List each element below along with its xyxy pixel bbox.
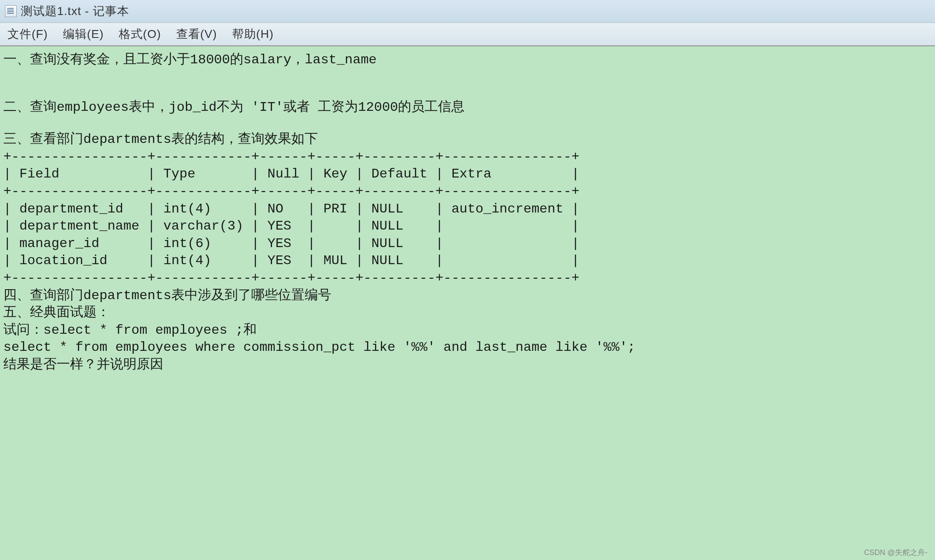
text-line: 结果是否一样？并说明原因 (3, 356, 932, 374)
menu-format[interactable]: 格式(O) (119, 26, 161, 42)
table-header: | Field | Type | Null | Key | Default | … (3, 165, 932, 183)
text-line: 五、经典面试题： (3, 304, 932, 322)
text-line: 试问：select * from employees ;和 (3, 322, 932, 339)
watermark: CSDN @失舵之舟- (864, 548, 928, 558)
text-line (3, 84, 932, 99)
text-editor-area[interactable]: 一、查询没有奖金，且工资小于18000的salary，last_name二、查询… (0, 46, 935, 560)
text-line: 四、查询部门departments表中涉及到了哪些位置编号 (3, 287, 932, 305)
title-bar[interactable]: 测试题1.txt - 记事本 (0, 0, 935, 23)
menu-view[interactable]: 查看(V) (176, 26, 217, 42)
table-border: +-----------------+------------+------+-… (3, 270, 932, 287)
table-row: | manager_id | int(6) | YES | | NULL | | (3, 235, 932, 252)
table-row: | location_id | int(4) | YES | MUL | NUL… (3, 252, 932, 270)
table-row: | department_id | int(4) | NO | PRI | NU… (3, 200, 932, 218)
text-line (3, 116, 932, 131)
menu-file[interactable]: 文件(F) (8, 26, 48, 42)
text-line: 二、查询employees表中，job_id不为 'IT'或者 工资为12000… (3, 99, 932, 116)
window-title: 测试题1.txt - 记事本 (21, 3, 129, 19)
menu-bar: 文件(F) 编辑(E) 格式(O) 查看(V) 帮助(H) (0, 23, 935, 46)
text-line: select * from employees where commission… (3, 339, 932, 356)
text-line: 三、查看部门departments表的结构，查询效果如下 (3, 131, 932, 148)
text-line: 一、查询没有奖金，且工资小于18000的salary，last_name (3, 51, 932, 69)
table-border: +-----------------+------------+------+-… (3, 183, 932, 200)
table-row: | department_name | varchar(3) | YES | |… (3, 218, 932, 235)
menu-edit[interactable]: 编辑(E) (63, 26, 104, 42)
notepad-icon (5, 5, 17, 17)
notepad-window: 测试题1.txt - 记事本 文件(F) 编辑(E) 格式(O) 查看(V) 帮… (0, 0, 935, 560)
menu-help[interactable]: 帮助(H) (232, 26, 274, 42)
text-line (3, 69, 932, 84)
table-border: +-----------------+------------+------+-… (3, 148, 932, 166)
